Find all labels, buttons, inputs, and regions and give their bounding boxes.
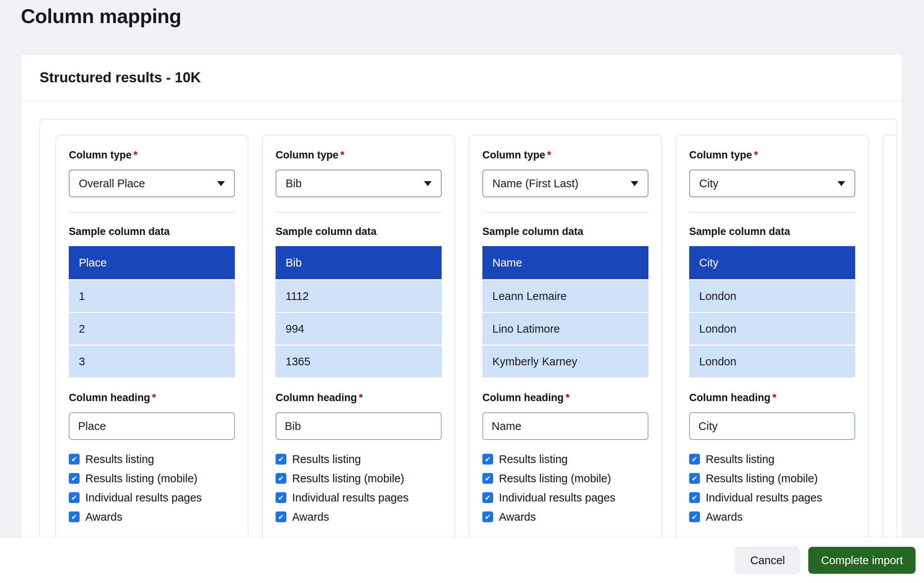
column-type-label-text: Column type	[689, 149, 752, 161]
required-asterisk: *	[773, 392, 777, 403]
sample-table: City London London London	[689, 246, 855, 377]
chevron-down-icon	[424, 181, 432, 186]
checkbox-awards[interactable]: Awards	[689, 508, 855, 526]
checkbox-label: Individual results pages	[292, 491, 409, 504]
column-heading-label-text: Column heading	[276, 392, 357, 403]
column-heading-label: Column heading*	[69, 392, 235, 404]
checkbox-label: Results listing (mobile)	[85, 472, 198, 485]
table-cell: London	[689, 280, 855, 312]
column-type-label: Column type*	[689, 149, 855, 161]
checkbox-group: Results listing Results listing (mobile)…	[276, 450, 442, 526]
panel-title: Structured results - 10K	[40, 70, 201, 86]
table-cell: Leann Lemaire	[482, 280, 648, 312]
checkbox-individual-results-pages[interactable]: Individual results pages	[482, 488, 648, 507]
checkbox-label: Individual results pages	[85, 491, 202, 504]
sample-data-label: Sample column data	[276, 226, 442, 238]
table-header-cell: City	[689, 246, 855, 279]
checkbox-results-listing-mobile[interactable]: Results listing (mobile)	[69, 469, 235, 488]
checkbox-label: Awards	[499, 511, 536, 523]
column-type-label: Column type*	[482, 149, 648, 161]
column-heading-input[interactable]	[482, 412, 648, 440]
checkbox-results-listing[interactable]: Results listing	[689, 450, 855, 468]
chevron-down-icon	[631, 181, 638, 186]
complete-import-button[interactable]: Complete import	[808, 547, 916, 574]
checked-checkbox-icon	[482, 492, 493, 503]
table-cell: 1365	[276, 346, 442, 377]
checkbox-results-listing-mobile[interactable]: Results listing (mobile)	[482, 469, 648, 488]
column-type-select[interactable]: Overall Place	[69, 170, 235, 197]
column-card-city: Column type* City Sample column data Cit…	[676, 135, 869, 550]
column-card-bib: Column type* Bib Sample column data Bib …	[262, 135, 455, 550]
checkbox-label: Awards	[85, 511, 122, 523]
checkbox-group: Results listing Results listing (mobile)…	[689, 450, 855, 526]
import-panel: Structured results - 10K Column type* Ov…	[21, 54, 902, 558]
checked-checkbox-icon	[276, 511, 286, 522]
column-card-partial	[882, 135, 897, 550]
footer-action-bar: Cancel Complete import	[0, 538, 924, 583]
column-heading-input[interactable]	[69, 412, 235, 440]
checkbox-label: Awards	[292, 511, 329, 523]
required-asterisk: *	[341, 149, 345, 161]
table-cell: 2	[69, 313, 235, 345]
checkbox-label: Results listing	[499, 453, 568, 466]
column-type-select[interactable]: City	[689, 170, 855, 197]
sample-table: Name Leann Lemaire Lino Latimore Kymberl…	[482, 246, 648, 377]
checkbox-results-listing[interactable]: Results listing	[276, 450, 442, 468]
required-asterisk: *	[547, 149, 552, 161]
checkbox-label: Individual results pages	[499, 491, 615, 504]
checked-checkbox-icon	[689, 454, 700, 465]
chevron-down-icon	[217, 181, 225, 186]
panel-header: Structured results - 10K	[21, 54, 902, 101]
column-card-name: Column type* Name (First Last) Sample co…	[469, 135, 662, 550]
column-type-selected-value: Overall Place	[79, 177, 145, 190]
column-type-select[interactable]: Name (First Last)	[482, 170, 648, 197]
checked-checkbox-icon	[276, 473, 286, 484]
checkbox-awards[interactable]: Awards	[69, 508, 235, 526]
table-header-cell: Bib	[276, 246, 442, 279]
table-cell: 1	[69, 280, 235, 312]
column-type-label: Column type*	[69, 149, 235, 161]
table-header-cell: Place	[69, 246, 235, 279]
checkbox-individual-results-pages[interactable]: Individual results pages	[276, 488, 442, 507]
column-type-label-text: Column type	[69, 149, 132, 161]
divider	[689, 212, 855, 213]
checkbox-label: Results listing	[292, 453, 361, 466]
column-heading-label-text: Column heading	[689, 392, 771, 403]
checkbox-individual-results-pages[interactable]: Individual results pages	[689, 488, 855, 507]
checked-checkbox-icon	[482, 473, 493, 484]
checkbox-individual-results-pages[interactable]: Individual results pages	[69, 488, 235, 507]
page: Column mapping Structured results - 10K …	[0, 0, 924, 583]
divider	[276, 212, 442, 213]
column-heading-label: Column heading*	[276, 392, 442, 404]
required-asterisk: *	[134, 149, 138, 161]
column-type-selected-value: Bib	[286, 177, 302, 190]
column-type-selected-value: City	[699, 177, 718, 190]
checkbox-results-listing[interactable]: Results listing	[69, 450, 235, 468]
column-heading-input[interactable]	[689, 412, 855, 440]
column-type-select[interactable]: Bib	[276, 170, 442, 197]
checkbox-results-listing-mobile[interactable]: Results listing (mobile)	[689, 469, 855, 488]
column-heading-input[interactable]	[276, 412, 442, 440]
checkbox-results-listing-mobile[interactable]: Results listing (mobile)	[276, 469, 442, 488]
checked-checkbox-icon	[689, 473, 700, 484]
checkbox-results-listing[interactable]: Results listing	[482, 450, 648, 468]
page-title: Column mapping	[21, 5, 181, 28]
required-asterisk: *	[754, 149, 758, 161]
checked-checkbox-icon	[69, 454, 80, 465]
table-cell: Kymberly Karney	[482, 346, 648, 377]
checkbox-awards[interactable]: Awards	[482, 508, 648, 526]
required-asterisk: *	[359, 392, 363, 403]
column-card-overall-place: Column type* Overall Place Sample column…	[55, 135, 248, 550]
checkbox-awards[interactable]: Awards	[276, 508, 442, 526]
checked-checkbox-icon	[689, 511, 700, 522]
cancel-button[interactable]: Cancel	[735, 547, 800, 574]
divider	[482, 212, 648, 213]
checkbox-label: Results listing	[706, 453, 774, 466]
checked-checkbox-icon	[69, 511, 80, 522]
checkbox-label: Results listing (mobile)	[706, 472, 818, 485]
column-mapping-container: Column type* Overall Place Sample column…	[40, 119, 897, 565]
sample-data-label: Sample column data	[482, 226, 648, 238]
column-type-selected-value: Name (First Last)	[492, 177, 578, 190]
column-type-label: Column type*	[276, 149, 442, 161]
required-asterisk: *	[152, 392, 156, 403]
